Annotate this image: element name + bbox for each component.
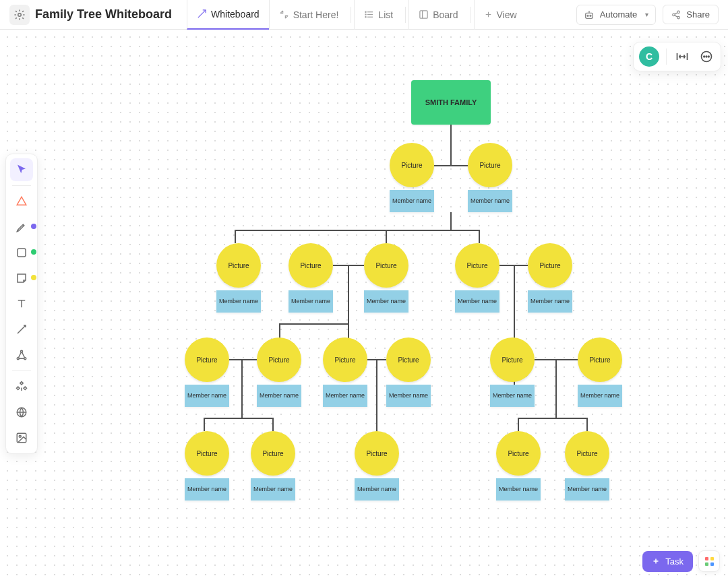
tab-board[interactable]: Board bbox=[408, 0, 467, 30]
task-button[interactable]: Task bbox=[642, 551, 693, 572]
member-label[interactable]: Member name bbox=[289, 290, 333, 313]
svg-point-12 bbox=[587, 15, 588, 16]
plus-icon bbox=[484, 10, 493, 19]
member-label[interactable]: Member name bbox=[251, 478, 295, 501]
tab-view[interactable]: View bbox=[474, 0, 526, 30]
connector bbox=[235, 230, 236, 243]
member-label[interactable]: Member name bbox=[565, 478, 609, 501]
divider bbox=[471, 7, 471, 23]
app-icon[interactable] bbox=[9, 5, 30, 25]
color-indicator bbox=[31, 249, 36, 255]
apps-button[interactable] bbox=[698, 550, 720, 572]
svg-rect-11 bbox=[585, 13, 593, 18]
list-icon bbox=[364, 9, 374, 20]
picture-node[interactable]: Picture bbox=[289, 243, 333, 288]
member-label[interactable]: Member name bbox=[386, 385, 431, 407]
picture-node[interactable]: Picture bbox=[386, 337, 431, 382]
tool-pen[interactable] bbox=[10, 216, 33, 238]
page-title[interactable]: Family Tree Whiteboard bbox=[35, 7, 172, 22]
member-label[interactable]: Member name bbox=[185, 385, 229, 407]
connector bbox=[229, 359, 257, 360]
tool-network[interactable] bbox=[10, 344, 33, 366]
tool-widgets[interactable] bbox=[10, 375, 33, 398]
tool-select[interactable] bbox=[10, 158, 33, 181]
fit-width-button[interactable] bbox=[673, 48, 691, 65]
member-label[interactable]: Member name bbox=[496, 478, 541, 501]
connector bbox=[279, 323, 280, 338]
avatar[interactable]: C bbox=[639, 46, 659, 67]
separator bbox=[12, 370, 31, 371]
svg-point-21 bbox=[21, 350, 23, 352]
picture-node[interactable]: Picture bbox=[455, 243, 499, 288]
tabs: Whiteboard Start Here! List Board bbox=[187, 0, 526, 30]
connector bbox=[348, 265, 349, 325]
picture-node[interactable]: Picture bbox=[185, 337, 229, 382]
svg-point-0 bbox=[18, 13, 22, 16]
share-label: Share bbox=[686, 9, 710, 20]
whiteboard-canvas[interactable]: C SMITH FAMILY Picture Picture Member na… bbox=[0, 30, 728, 580]
member-label[interactable]: Member name bbox=[323, 385, 367, 407]
tool-web[interactable] bbox=[10, 401, 33, 424]
share-button[interactable]: Share bbox=[663, 5, 719, 24]
tool-rect[interactable] bbox=[10, 241, 33, 264]
picture-node[interactable]: Picture bbox=[496, 431, 541, 476]
picture-node[interactable]: Picture bbox=[216, 243, 261, 288]
svg-point-4 bbox=[365, 11, 366, 12]
connector bbox=[555, 359, 557, 418]
more-options-button[interactable] bbox=[698, 48, 715, 65]
member-label[interactable]: Member name bbox=[455, 290, 499, 313]
color-indicator bbox=[31, 224, 36, 229]
svg-point-22 bbox=[17, 358, 19, 360]
tool-image[interactable] bbox=[10, 426, 33, 449]
member-label[interactable]: Member name bbox=[355, 478, 399, 501]
tool-sticky[interactable] bbox=[10, 267, 33, 290]
robot-icon bbox=[584, 9, 595, 20]
member-label[interactable]: Member name bbox=[216, 290, 261, 313]
member-label[interactable]: Member name bbox=[528, 290, 572, 313]
tab-start-here[interactable]: Start Here! bbox=[269, 0, 348, 30]
picture-node[interactable]: Picture bbox=[364, 243, 408, 288]
svg-point-26 bbox=[19, 435, 21, 437]
connector bbox=[386, 230, 387, 243]
picture-node[interactable]: Picture bbox=[578, 337, 622, 382]
picture-node[interactable]: Picture bbox=[565, 431, 609, 476]
svg-line-19 bbox=[675, 15, 677, 16]
member-label[interactable]: Member name bbox=[364, 290, 408, 313]
picture-node[interactable]: Picture bbox=[251, 431, 295, 476]
member-label[interactable]: Member name bbox=[490, 385, 535, 407]
tool-text[interactable] bbox=[10, 292, 33, 315]
tab-whiteboard[interactable]: Whiteboard bbox=[187, 0, 269, 30]
svg-point-30 bbox=[708, 56, 710, 57]
apps-icon bbox=[705, 557, 714, 566]
svg-point-6 bbox=[365, 17, 366, 18]
automate-label: Automate bbox=[600, 9, 638, 20]
automate-button[interactable]: Automate ▾ bbox=[576, 5, 657, 25]
whiteboard-icon bbox=[197, 9, 207, 19]
picture-node[interactable]: Picture bbox=[390, 143, 434, 187]
tab-label: List bbox=[378, 9, 393, 20]
member-label[interactable]: Member name bbox=[257, 385, 301, 407]
divider bbox=[405, 7, 406, 23]
tool-connector[interactable] bbox=[10, 318, 33, 341]
picture-node[interactable]: Picture bbox=[490, 337, 535, 382]
picture-node[interactable]: Picture bbox=[257, 337, 301, 382]
tool-shapes[interactable] bbox=[10, 190, 33, 213]
member-label[interactable]: Member name bbox=[468, 190, 512, 212]
tab-label: Board bbox=[433, 9, 458, 20]
plus-icon bbox=[652, 557, 660, 565]
bottom-right-controls: Task bbox=[642, 550, 720, 572]
picture-node[interactable]: Picture bbox=[528, 243, 572, 288]
board-icon bbox=[419, 9, 429, 20]
member-label[interactable]: Member name bbox=[185, 478, 229, 501]
member-label[interactable]: Member name bbox=[390, 190, 434, 212]
svg-point-5 bbox=[365, 14, 366, 15]
picture-node[interactable]: Picture bbox=[185, 431, 229, 476]
connector bbox=[279, 323, 349, 325]
member-label[interactable]: Member name bbox=[578, 385, 622, 407]
picture-node[interactable]: Picture bbox=[468, 143, 512, 187]
picture-node[interactable]: Picture bbox=[355, 431, 399, 476]
root-node[interactable]: SMITH FAMILY bbox=[411, 80, 491, 125]
header-bar: Family Tree Whiteboard Whiteboard Start … bbox=[0, 0, 728, 30]
picture-node[interactable]: Picture bbox=[323, 337, 367, 382]
tab-list[interactable]: List bbox=[354, 0, 402, 30]
